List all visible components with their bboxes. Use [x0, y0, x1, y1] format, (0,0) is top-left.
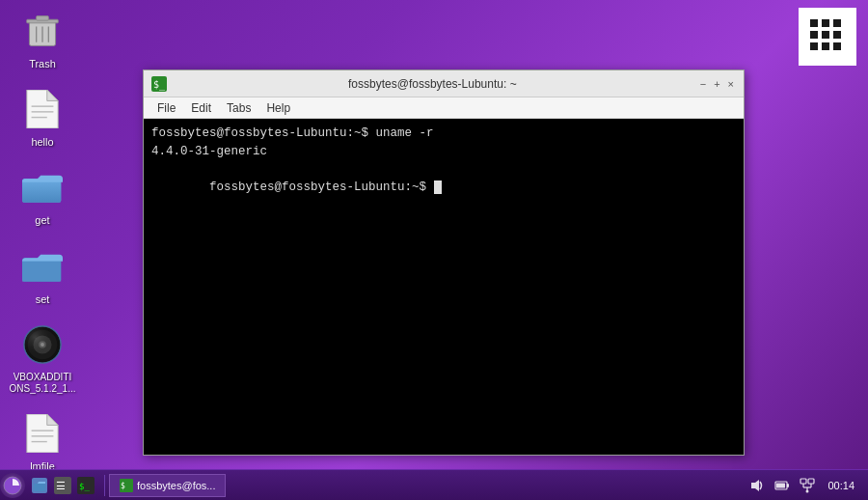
- svg-text:$: $: [121, 482, 125, 490]
- terminal-minimize-button[interactable]: −: [698, 78, 708, 90]
- svg-rect-14: [22, 261, 61, 281]
- svg-rect-51: [776, 483, 785, 487]
- taskbar-network-icon[interactable]: [797, 475, 818, 496]
- lubuntu-logo-icon: [3, 476, 22, 495]
- svg-rect-34: [810, 42, 818, 50]
- svg-rect-41: [34, 484, 45, 491]
- hello-label: hello: [31, 136, 53, 149]
- desktop-icon-get[interactable]: get: [4, 164, 81, 227]
- desktop-icons: Trash hello: [0, 0, 85, 481]
- svg-text:☰: ☰: [56, 480, 66, 492]
- set-folder-icon: [19, 243, 66, 290]
- terminal-titlebar: $_ fossbytes@fossbytes-Lubuntu: ~ − + ×: [144, 70, 744, 97]
- svg-point-21: [24, 326, 61, 363]
- terminal-line-1: fossbytes@fossbytes-Lubuntu:~$ uname -r: [151, 125, 736, 143]
- terminal-menubar: File Edit Tabs Help: [144, 97, 744, 119]
- set-label: set: [36, 293, 50, 306]
- taskbar-window-label: fossbytes@fos...: [137, 480, 215, 491]
- trash-icon: [19, 8, 66, 54]
- svg-rect-2: [37, 16, 49, 21]
- taskbar-battery-icon[interactable]: [772, 475, 793, 496]
- terminal-title: fossbytes@fossbytes-Lubuntu: ~: [167, 77, 698, 91]
- terminal-menu-edit[interactable]: Edit: [185, 101, 217, 115]
- svg-marker-23: [47, 414, 58, 425]
- taskbar-files-icon[interactable]: [29, 475, 50, 496]
- taskbar: ☰ $_ $ fossbytes@fos...: [0, 469, 868, 500]
- get-folder-icon: [19, 164, 66, 210]
- svg-text:$_: $_: [79, 482, 90, 491]
- desktop-icon-hello[interactable]: hello: [4, 86, 81, 149]
- hello-file-icon: [19, 86, 66, 132]
- taskbar-terminal-window-button[interactable]: $ fossbytes@fos...: [109, 474, 226, 497]
- svg-rect-52: [800, 479, 806, 484]
- terminal-controls: − + ×: [698, 78, 736, 90]
- taskbar-systray: 00:14: [739, 475, 868, 496]
- desktop-icon-set[interactable]: set: [4, 243, 81, 306]
- terminal-menu-file[interactable]: File: [151, 101, 181, 115]
- vboxadditions-disc-icon: [19, 321, 66, 368]
- terminal-body[interactable]: fossbytes@fossbytes-Lubuntu:~$ uname -r …: [144, 119, 744, 455]
- terminal-icon: $_: [151, 76, 167, 92]
- taskbar-browser-icon[interactable]: ☰: [52, 475, 73, 496]
- taskbar-terminal-thumb-icon: $: [120, 479, 133, 492]
- taskbar-divider-1: [104, 475, 105, 496]
- svg-rect-27: [810, 19, 818, 27]
- svg-rect-30: [833, 31, 841, 39]
- trash-label: Trash: [29, 58, 56, 70]
- taskbar-volume-icon[interactable]: [746, 475, 768, 496]
- get-label: get: [35, 214, 49, 227]
- vboxadditions-label: VBOXADDITI ONS_5.1.2_1...: [10, 372, 76, 395]
- terminal-window: $_ fossbytes@fossbytes-Lubuntu: ~ − + × …: [143, 69, 745, 456]
- desktop: Trash hello: [0, 0, 868, 500]
- lmfile-icon: [19, 410, 66, 457]
- svg-point-58: [806, 489, 809, 492]
- desktop-icon-trash[interactable]: Trash: [4, 8, 81, 70]
- svg-rect-35: [822, 42, 829, 50]
- terminal-menu-help[interactable]: Help: [260, 101, 296, 115]
- svg-text:$_: $_: [153, 79, 166, 91]
- svg-rect-12: [22, 180, 61, 204]
- lubuntu-start-button[interactable]: [0, 473, 25, 498]
- svg-rect-53: [808, 479, 814, 484]
- top-right-logo: [799, 8, 856, 66]
- svg-rect-36: [833, 42, 841, 50]
- taskbar-terminal-quicklaunch-icon[interactable]: $_: [75, 475, 96, 496]
- desktop-icon-lmfile[interactable]: lmfile: [4, 410, 81, 473]
- terminal-line-2: 4.4.0-31-generic: [151, 143, 736, 161]
- svg-rect-28: [822, 19, 829, 27]
- svg-marker-7: [47, 90, 58, 100]
- terminal-close-button[interactable]: ×: [726, 78, 736, 90]
- terminal-menu-tabs[interactable]: Tabs: [221, 101, 257, 115]
- desktop-icon-vboxadditions[interactable]: VBOXADDITI ONS_5.1.2_1...: [4, 321, 81, 395]
- svg-marker-48: [751, 480, 759, 491]
- svg-rect-33: [810, 31, 818, 39]
- taskbar-quick-launch: ☰ $_: [25, 475, 100, 496]
- terminal-line-3: fossbytes@fossbytes-Lubuntu:~$: [151, 161, 736, 215]
- svg-rect-31: [822, 31, 829, 39]
- terminal-cursor: [434, 181, 442, 194]
- svg-rect-29: [833, 19, 841, 27]
- svg-rect-50: [787, 484, 789, 487]
- taskbar-clock: 00:14: [822, 480, 860, 491]
- terminal-maximize-button[interactable]: +: [712, 78, 721, 90]
